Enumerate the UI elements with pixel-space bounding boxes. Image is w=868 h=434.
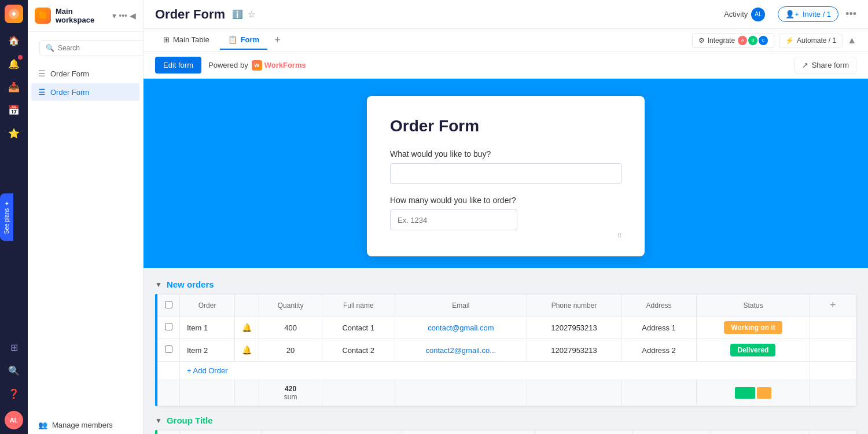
help-icon[interactable]: ❓ <box>3 383 24 404</box>
search-bar[interactable]: 🔍 <box>39 40 151 56</box>
tab-main-table[interactable]: ⊞ Main Table <box>155 31 218 50</box>
main-content: Order Form ℹ️ ☆ Activity AL 👤+ Invite / … <box>144 0 868 434</box>
my-work-icon[interactable]: 📅 <box>3 100 24 120</box>
share-form-button[interactable]: ↗ Share form <box>795 57 856 73</box>
add-row-extra <box>810 362 856 380</box>
more-options-icon[interactable]: ••• <box>119 11 127 20</box>
row1-phone[interactable]: 12027953213 <box>527 317 621 339</box>
favorites-icon[interactable]: ⭐ <box>3 123 24 144</box>
row2-email-link[interactable]: contact2@gmail.co... <box>426 346 496 355</box>
g2-col-fullname: Full name <box>326 431 402 435</box>
workforms-icon: W <box>252 60 262 71</box>
sidebar-item-order-form-1[interactable]: ☰ Order Form <box>31 65 139 82</box>
row1-email[interactable]: contact@gmail.com <box>395 317 527 339</box>
table-header-row: Order Quantity Full name Email Phone num… <box>158 295 856 317</box>
mini-bar-green <box>735 387 755 399</box>
row1-fullname[interactable]: Contact 1 <box>322 317 395 339</box>
row2-order[interactable]: Item 2 <box>180 339 235 362</box>
group-title-toggle[interactable]: ▼ <box>155 417 162 425</box>
inbox-icon[interactable]: 📥 <box>3 76 24 97</box>
sidebar-item-order-form-2[interactable]: ☰ Order Form <box>31 83 139 101</box>
invite-button[interactable]: 👤+ Invite / 1 <box>778 6 838 22</box>
row1-email-link[interactable]: contact@gmail.com <box>428 323 494 332</box>
g2-col-address: Address <box>632 431 710 435</box>
sidebar-header: 🟧 Main workspace ▾ ••• ◀ <box>28 0 143 32</box>
see-plans-button[interactable]: Edit form See plans ✦ <box>0 193 13 241</box>
row2-phone[interactable]: 12027953213 <box>527 339 621 362</box>
row1-address[interactable]: Address 1 <box>621 317 696 339</box>
resize-handle[interactable]: ⠿ <box>390 233 621 239</box>
integrate-button[interactable]: ⚙ Integrate A B C <box>692 33 774 48</box>
user-avatar[interactable]: AL <box>5 411 23 429</box>
search-icon[interactable]: 🔍 <box>3 360 24 381</box>
select-all-checkbox[interactable] <box>165 301 172 308</box>
notifications-icon[interactable]: 🔔 <box>3 53 24 74</box>
star-icon[interactable]: ☆ <box>248 9 255 20</box>
row1-status[interactable]: Working on it <box>697 317 810 339</box>
form-field2-input[interactable] <box>390 209 517 230</box>
row2-status[interactable]: Delivered <box>697 339 810 362</box>
row1-order[interactable]: Item 1 <box>180 317 235 339</box>
home-icon[interactable]: 🏠 <box>3 30 24 51</box>
main-sidebar: 🟧 Main workspace ▾ ••• ◀ 🔍 + ☰ Order For… <box>28 0 144 434</box>
g2-col-add[interactable]: + <box>808 431 856 435</box>
content-area: Order Form What would you like to buy? H… <box>144 79 868 434</box>
row1-checkbox[interactable] <box>165 323 172 330</box>
integrate-label: Integrate <box>708 36 735 45</box>
search-input[interactable] <box>58 44 145 52</box>
col-add[interactable]: + <box>810 295 856 317</box>
col-address: Address <box>621 295 696 317</box>
apps-grid-icon[interactable]: ⊞ <box>3 337 24 358</box>
sum-quantity-value: 420 <box>266 385 315 393</box>
g2-col-phone: Phone number <box>534 431 632 435</box>
col-status: Status <box>697 295 810 317</box>
sum-empty1 <box>158 380 180 406</box>
add-order-button[interactable]: + Add Order <box>187 366 227 375</box>
sidebar-item-manage-members[interactable]: 👥 Manage members <box>31 417 139 433</box>
row2-checkbox[interactable] <box>165 345 172 353</box>
g2-col-bell <box>237 431 261 435</box>
mini-bar-orange <box>757 387 771 399</box>
activity-button[interactable]: Activity AL <box>718 5 771 24</box>
group-title-table: Order Quantity Full name Email Phone num… <box>157 430 856 434</box>
header-more-icon[interactable]: ••• <box>845 8 856 20</box>
row2-email[interactable]: contact2@gmail.co... <box>395 339 527 362</box>
info-icon[interactable]: ℹ️ <box>232 9 243 20</box>
sum-empty2 <box>180 380 235 406</box>
group-title-name: Group Title <box>167 415 213 425</box>
app-logo[interactable] <box>5 5 23 23</box>
form-field1-input[interactable] <box>390 163 621 184</box>
row1-quantity[interactable]: 400 <box>259 317 322 339</box>
top-header: Order Form ℹ️ ☆ Activity AL 👤+ Invite / … <box>144 0 868 29</box>
table-icon: ⊞ <box>163 35 170 44</box>
sum-row: 420 sum <box>158 380 856 406</box>
new-orders-toggle[interactable]: ▼ <box>155 281 162 289</box>
board-icon-2: ☰ <box>38 87 46 97</box>
workspace-chevron-icon[interactable]: ▾ <box>112 11 116 20</box>
edit-form-button[interactable]: Edit form <box>155 57 201 73</box>
row1-status-badge: Working on it <box>724 321 782 334</box>
new-orders-section: ▼ New orders Order Quantity Full name Em… <box>144 268 868 406</box>
g2-col-order: Order <box>180 431 237 435</box>
row2-quantity[interactable]: 20 <box>259 339 322 362</box>
col-quantity: Quantity <box>259 295 322 317</box>
members-icon: 👥 <box>38 421 47 429</box>
activity-avatar: AL <box>751 8 765 21</box>
integrate-icon: ⚙ <box>698 36 705 45</box>
tab-form[interactable]: 📋 Form <box>220 31 268 50</box>
automate-button[interactable]: ⚡ Automate / 1 <box>779 34 843 47</box>
collapse-sidebar-icon[interactable]: ◀ <box>130 11 136 20</box>
workforms-logo: W WorkForms <box>252 60 306 71</box>
add-order-cell[interactable]: + Add Order <box>180 362 810 380</box>
g2-col-quantity: Quantity <box>261 431 326 435</box>
g2-col-checkbox <box>158 431 180 435</box>
row2-fullname[interactable]: Contact 2 <box>322 339 395 362</box>
collapse-tab-panel-icon[interactable]: ▲ <box>847 35 856 46</box>
sum-empty4 <box>322 380 395 406</box>
row2-address[interactable]: Address 2 <box>621 339 696 362</box>
add-tab-icon[interactable]: + <box>270 32 285 49</box>
row2-extra <box>810 339 856 362</box>
form-toolbar: Edit form Powered by W WorkForms ↗ Share… <box>144 52 868 79</box>
add-order-row: + Add Order <box>158 362 856 380</box>
sidebar-item-label-2: Order Form <box>50 88 89 97</box>
